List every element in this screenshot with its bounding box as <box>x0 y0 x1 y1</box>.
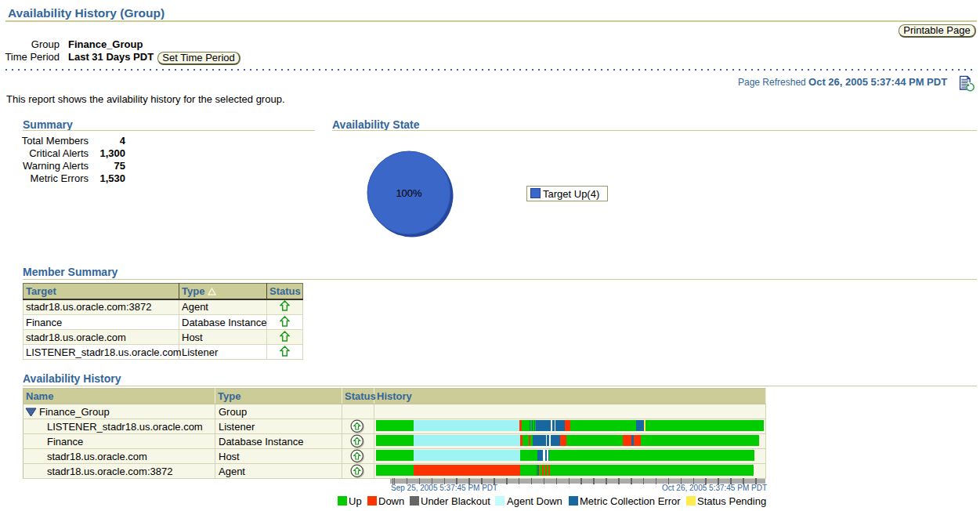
svg-text:100%: 100% <box>396 187 422 199</box>
